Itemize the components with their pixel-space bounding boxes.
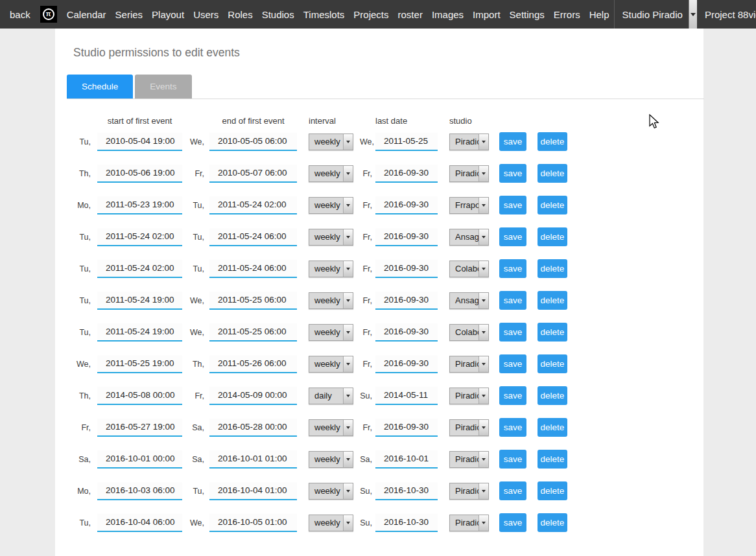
interval-select[interactable]: weekly — [309, 356, 353, 373]
last-date-input[interactable] — [375, 450, 438, 469]
chevron-down-icon[interactable] — [343, 388, 353, 404]
interval-select[interactable]: weekly — [309, 197, 353, 214]
end-datetime-input[interactable] — [209, 133, 297, 151]
delete-button[interactable]: delete — [537, 227, 567, 246]
start-datetime-input[interactable] — [97, 165, 182, 183]
interval-select[interactable]: weekly — [309, 292, 353, 309]
end-datetime-input[interactable] — [209, 482, 297, 500]
chevron-down-icon[interactable] — [343, 261, 353, 277]
chevron-down-icon[interactable] — [343, 515, 353, 531]
save-button[interactable]: save — [499, 164, 526, 183]
delete-button[interactable]: delete — [537, 481, 567, 500]
nav-item-playout[interactable]: Playout — [147, 9, 189, 20]
interval-select[interactable]: weekly — [309, 133, 353, 150]
end-datetime-input[interactable] — [209, 228, 297, 246]
studio-row-select[interactable]: Colabo — [449, 261, 489, 277]
chevron-down-icon[interactable] — [478, 198, 488, 213]
delete-button[interactable]: delete — [537, 323, 567, 342]
interval-select[interactable]: weekly — [309, 515, 353, 531]
studio-row-select[interactable]: Piradio — [449, 451, 489, 468]
start-datetime-input[interactable] — [97, 355, 182, 373]
chevron-down-icon[interactable] — [343, 325, 353, 340]
interval-select[interactable]: weekly — [309, 165, 353, 182]
studio-row-select[interactable]: Piradio — [449, 419, 489, 436]
chevron-down-icon[interactable] — [478, 325, 488, 340]
studio-row-select[interactable]: Piradio — [449, 165, 489, 182]
nav-item-help[interactable]: Help — [585, 9, 614, 20]
nav-item-studios[interactable]: Studios — [257, 9, 299, 20]
start-datetime-input[interactable] — [97, 323, 182, 342]
chevron-down-icon[interactable] — [478, 293, 488, 308]
last-date-input[interactable] — [375, 228, 438, 246]
chevron-down-icon[interactable] — [478, 166, 488, 181]
save-button[interactable]: save — [499, 354, 526, 373]
interval-select[interactable]: weekly — [309, 419, 353, 436]
save-button[interactable]: save — [499, 227, 526, 246]
chevron-down-icon[interactable] — [478, 261, 488, 277]
end-datetime-input[interactable] — [209, 292, 297, 310]
nav-item-users[interactable]: Users — [189, 9, 223, 20]
start-datetime-input[interactable] — [97, 292, 182, 310]
delete-button[interactable]: delete — [537, 513, 567, 532]
chevron-down-icon[interactable] — [343, 452, 353, 467]
studio-row-select[interactable]: Piradio — [449, 515, 489, 531]
nav-back-link[interactable]: back — [10, 9, 35, 20]
chevron-down-icon[interactable] — [343, 420, 353, 435]
last-date-input[interactable] — [375, 165, 438, 183]
nav-item-import[interactable]: Import — [468, 9, 505, 20]
chevron-down-icon[interactable] — [343, 356, 353, 372]
chevron-down-icon[interactable] — [478, 229, 488, 245]
studio-row-select[interactable]: Ansage — [449, 229, 489, 246]
chevron-down-icon[interactable] — [343, 229, 353, 245]
save-button[interactable]: save — [499, 481, 526, 500]
pi-radio-logo-icon[interactable]: π — [40, 6, 57, 23]
start-datetime-input[interactable] — [97, 260, 182, 278]
end-datetime-input[interactable] — [209, 514, 297, 532]
save-button[interactable]: save — [499, 196, 526, 214]
delete-button[interactable]: delete — [537, 259, 567, 278]
save-button[interactable]: save — [499, 259, 526, 278]
end-datetime-input[interactable] — [209, 355, 297, 373]
studio-select[interactable]: Studio Piradio — [615, 0, 697, 29]
interval-select[interactable]: weekly — [309, 324, 353, 341]
end-datetime-input[interactable] — [209, 260, 297, 278]
start-datetime-input[interactable] — [97, 196, 182, 214]
delete-button[interactable]: delete — [537, 354, 567, 373]
nav-item-roles[interactable]: Roles — [223, 9, 257, 20]
delete-button[interactable]: delete — [537, 196, 567, 214]
interval-select[interactable]: weekly — [309, 483, 353, 500]
nav-item-calendar[interactable]: Calendar — [62, 9, 111, 20]
last-date-input[interactable] — [375, 355, 438, 373]
save-button[interactable]: save — [499, 418, 526, 437]
end-datetime-input[interactable] — [209, 196, 297, 214]
project-select[interactable]: Project 88vier — [697, 0, 756, 29]
start-datetime-input[interactable] — [97, 228, 182, 246]
end-datetime-input[interactable] — [209, 419, 297, 437]
start-datetime-input[interactable] — [97, 419, 182, 437]
studio-row-select[interactable]: Piradio — [449, 483, 489, 500]
last-date-input[interactable] — [375, 323, 438, 342]
nav-item-errors[interactable]: Errors — [549, 9, 585, 20]
chevron-down-icon[interactable] — [478, 420, 488, 435]
studio-row-select[interactable]: Colabo — [449, 324, 489, 341]
chevron-down-icon[interactable] — [343, 293, 353, 308]
studio-row-select[interactable]: Piradio — [449, 133, 489, 150]
interval-select[interactable]: daily — [309, 388, 353, 404]
chevron-down-icon[interactable] — [478, 483, 488, 499]
end-datetime-input[interactable] — [209, 387, 297, 405]
chevron-down-icon[interactable] — [478, 356, 488, 372]
last-date-input[interactable] — [375, 387, 438, 405]
delete-button[interactable]: delete — [537, 291, 567, 310]
delete-button[interactable]: delete — [537, 132, 567, 151]
last-date-input[interactable] — [375, 260, 438, 278]
studio-row-select[interactable]: Frrapo — [449, 197, 489, 214]
nav-item-timeslots[interactable]: Timeslots — [299, 9, 349, 20]
nav-item-images[interactable]: Images — [427, 9, 468, 20]
end-datetime-input[interactable] — [209, 450, 297, 469]
chevron-down-icon[interactable] — [343, 483, 353, 499]
start-datetime-input[interactable] — [97, 133, 182, 151]
delete-button[interactable]: delete — [537, 418, 567, 437]
chevron-down-icon[interactable] — [343, 198, 353, 213]
chevron-down-icon[interactable] — [689, 0, 697, 29]
last-date-input[interactable] — [375, 196, 438, 214]
